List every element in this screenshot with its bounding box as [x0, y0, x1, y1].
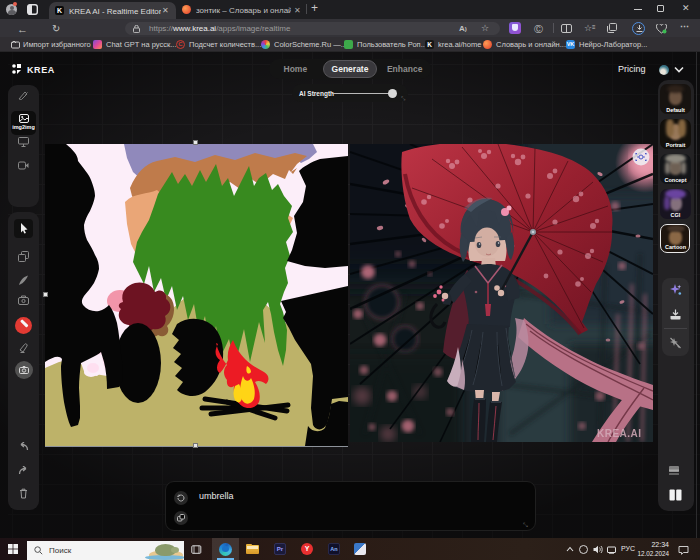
- svg-text:KREA.AI: KREA.AI: [597, 428, 642, 439]
